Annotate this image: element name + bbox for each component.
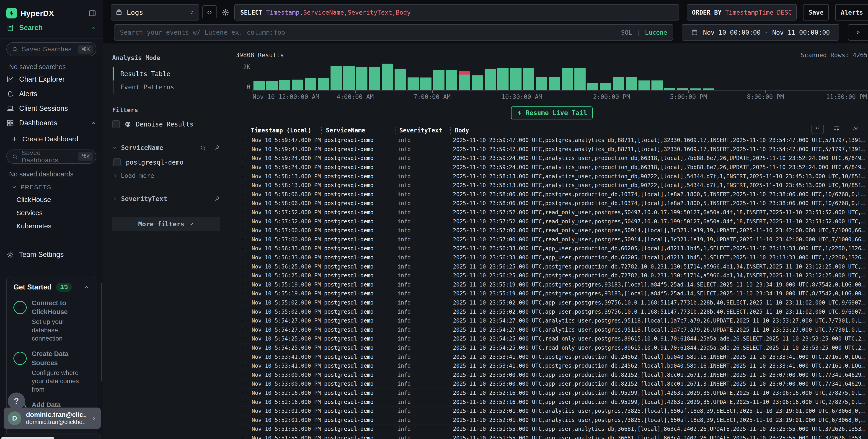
row-expand-chevron[interactable] (236, 427, 249, 431)
row-expand-chevron[interactable] (236, 327, 249, 332)
log-row[interactable]: Nov 10 5:56:33.000 PMpostgresql-demoinfo… (236, 253, 868, 262)
row-expand-chevron[interactable] (236, 436, 249, 439)
filter-group-severitytext[interactable]: SeverityText (112, 195, 220, 202)
log-row[interactable]: Nov 10 5:54:27.000 PMpostgresql-demoinfo… (236, 325, 868, 334)
pin-icon[interactable] (214, 196, 220, 202)
row-expand-chevron[interactable] (236, 355, 249, 359)
filter-option-postgresql-demo[interactable]: postgresql-demo (112, 158, 220, 166)
wrap-lines-icon[interactable] (831, 125, 843, 134)
row-expand-chevron[interactable] (236, 201, 249, 206)
log-row[interactable]: Nov 10 5:56:33.000 PMpostgresql-demoinfo… (236, 244, 868, 253)
log-row[interactable]: Nov 10 5:52:16.000 PMpostgresql-demoinfo… (236, 388, 868, 398)
sidebar-item-alerts[interactable]: Alerts (6, 87, 96, 101)
select-columns-input[interactable]: SELECT Timestamp,ServiceName,SeverityTex… (234, 4, 679, 21)
sidebar-item-search[interactable]: Search (6, 21, 96, 35)
sidebar-scrollbar[interactable] (101, 283, 102, 381)
log-row[interactable]: Nov 10 5:53:00.000 PMpostgresql-demoinfo… (236, 370, 868, 379)
column-config-button[interactable] (811, 125, 824, 134)
resume-live-tail-button[interactable]: Resume Live Tail (511, 106, 593, 120)
save-button[interactable]: Save (803, 4, 829, 21)
source-select[interactable]: Logs (111, 4, 199, 21)
saved-dashboards-input[interactable]: Saved Dashboards ⌘K (6, 150, 96, 164)
collapse-sidebar-icon[interactable] (88, 9, 96, 17)
log-row[interactable]: Nov 10 5:54:25.000 PMpostgresql-demoinfo… (236, 344, 868, 353)
help-button[interactable]: ? (8, 393, 25, 410)
row-expand-chevron[interactable] (236, 409, 249, 413)
row-expand-chevron[interactable] (236, 318, 249, 323)
task-item-connect-to-clickhouse[interactable]: Connect to ClickHouseSet up your databas… (13, 299, 89, 343)
saved-searches-input[interactable]: Saved Searches ⌘K (6, 42, 96, 56)
column-header-body[interactable]: Body (453, 127, 868, 134)
log-row[interactable]: Nov 10 5:57:52.000 PMpostgresql-demoinfo… (236, 217, 868, 226)
row-expand-chevron[interactable] (236, 192, 249, 197)
row-expand-chevron[interactable] (236, 301, 249, 305)
log-row[interactable]: Nov 10 5:58:13.000 PMpostgresql-demoinfo… (236, 181, 868, 190)
user-menu[interactable]: D dominic.tran@clic... dominic.tran@clic… (4, 408, 101, 429)
log-row[interactable]: Nov 10 5:55:02.000 PMpostgresql-demoinfo… (236, 307, 868, 316)
log-row[interactable]: Nov 10 5:57:00.000 PMpostgresql-demoinfo… (236, 226, 868, 235)
row-expand-chevron[interactable] (236, 219, 249, 224)
row-expand-chevron[interactable] (236, 391, 249, 395)
row-expand-chevron[interactable] (236, 382, 249, 386)
search-input[interactable]: Search your events w/ Lucene ex. column:… (114, 24, 673, 40)
denoise-results-toggle[interactable]: Denoise Results (112, 120, 220, 128)
edit-source-button[interactable] (203, 5, 217, 20)
lang-toggle-lucene[interactable]: Lucene (645, 29, 667, 36)
task-item-create-data-sources[interactable]: Create Data SourcesConfigure where your … (13, 349, 89, 394)
column-header-severitytext[interactable]: SeverityText (398, 127, 453, 134)
column-header-timestamp[interactable]: Timestamp (Local) (249, 127, 324, 134)
log-row[interactable]: Nov 10 5:59:47.000 PMpostgresql-demoinfo… (236, 145, 868, 154)
log-row[interactable]: Nov 10 5:59:24.000 PMpostgresql-demoinfo… (236, 154, 868, 163)
filter-option-checkbox[interactable] (113, 158, 121, 166)
row-expand-chevron[interactable] (236, 237, 249, 242)
log-row[interactable]: Nov 10 5:59:47.000 PMpostgresql-demoinfo… (236, 136, 868, 145)
log-row[interactable]: Nov 10 5:59:24.000 PMpostgresql-demoinfo… (236, 163, 868, 172)
row-expand-chevron[interactable] (236, 400, 249, 404)
log-row[interactable]: Nov 10 5:55:19.000 PMpostgresql-demoinfo… (236, 280, 868, 289)
row-expand-chevron[interactable] (236, 264, 249, 269)
order-by-input[interactable]: ORDER BY TimestampTime DESC (687, 4, 797, 21)
mode-event-patterns[interactable]: Event Patterns (112, 81, 220, 94)
row-expand-chevron[interactable] (236, 291, 249, 296)
row-expand-chevron[interactable] (236, 337, 249, 341)
row-expand-chevron[interactable] (236, 165, 249, 169)
log-row[interactable]: Nov 10 5:54:27.000 PMpostgresql-demoinfo… (236, 316, 868, 325)
search-icon[interactable] (200, 145, 206, 151)
row-expand-chevron[interactable] (236, 174, 249, 179)
row-expand-chevron[interactable] (236, 138, 249, 143)
log-row[interactable]: Nov 10 5:55:19.000 PMpostgresql-demoinfo… (236, 289, 868, 299)
row-expand-chevron[interactable] (236, 346, 249, 350)
download-icon[interactable] (850, 125, 862, 134)
load-more-button[interactable]: Load more (112, 172, 220, 179)
date-range-picker[interactable]: Nov 10 00:00:00 - Nov 11 00:00:00 (682, 24, 839, 40)
sidebar-item-team-settings[interactable]: Team Settings (6, 247, 96, 262)
log-row[interactable]: Nov 10 5:53:00.000 PMpostgresql-demoinfo… (236, 379, 868, 388)
log-row[interactable]: Nov 10 5:58:06.000 PMpostgresql-demoinfo… (236, 199, 868, 208)
row-expand-chevron[interactable] (236, 156, 249, 160)
sidebar-item-chart-explorer[interactable]: Chart Explorer (6, 72, 96, 87)
row-expand-chevron[interactable] (236, 373, 249, 377)
log-row[interactable]: Nov 10 5:51:55.000 PMpostgresql-demoinfo… (236, 425, 868, 434)
chevron-up-icon[interactable] (84, 284, 89, 290)
row-expand-chevron[interactable] (236, 210, 249, 215)
log-row[interactable]: Nov 10 5:56:25.000 PMpostgresql-demoinfo… (236, 271, 868, 280)
presets-header[interactable]: PRESETS (6, 181, 96, 193)
column-header-servicename[interactable]: ServiceName (324, 127, 398, 134)
run-query-button[interactable] (848, 24, 868, 40)
log-row[interactable]: Nov 10 5:57:52.000 PMpostgresql-demoinfo… (236, 208, 868, 217)
filter-group-servicename[interactable]: ServiceName (112, 144, 220, 152)
row-expand-chevron[interactable] (236, 183, 249, 188)
row-expand-chevron[interactable] (236, 147, 249, 152)
pin-icon[interactable] (214, 145, 220, 151)
log-row[interactable]: Nov 10 5:55:02.000 PMpostgresql-demoinfo… (236, 299, 868, 308)
log-row[interactable]: Nov 10 5:56:25.000 PMpostgresql-demoinfo… (236, 262, 868, 271)
row-expand-chevron[interactable] (236, 273, 249, 278)
alerts-button[interactable]: Alerts (835, 4, 868, 21)
sidebar-item-client-sessions[interactable]: Client Sessions (6, 101, 96, 116)
preset-item-services[interactable]: Services (6, 206, 96, 220)
log-row[interactable]: Nov 10 5:53:41.000 PMpostgresql-demoinfo… (236, 352, 868, 362)
row-expand-chevron[interactable] (236, 255, 249, 260)
create-dashboard-button[interactable]: Create Dashboard (6, 132, 96, 146)
more-filters-button[interactable]: More filters (112, 217, 220, 231)
row-expand-chevron[interactable] (236, 246, 249, 251)
